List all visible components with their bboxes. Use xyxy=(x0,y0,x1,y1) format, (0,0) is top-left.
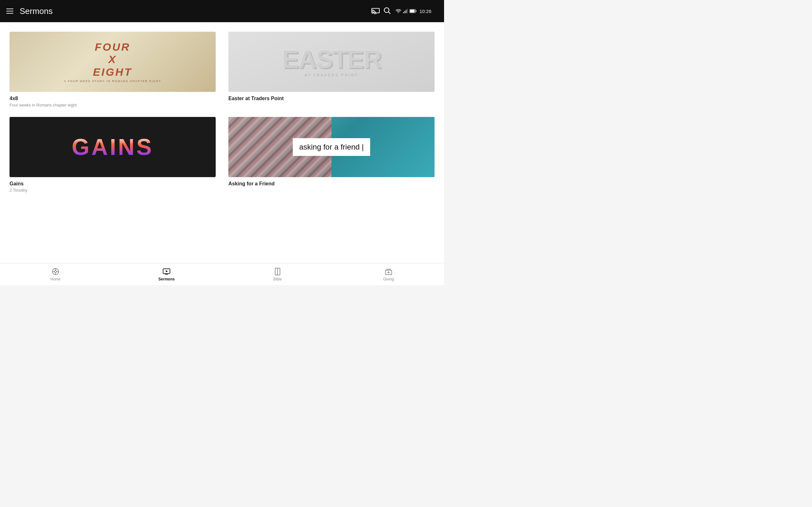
thumb-easter-main: EASTER xyxy=(282,47,381,72)
nav-giving-label: Giving xyxy=(383,277,394,281)
card-gains[interactable]: GAINS Gains 2 Timothy xyxy=(9,117,216,193)
nav-item-bible[interactable]: Bible xyxy=(265,268,290,281)
thumb-asking-main: asking for a friend | xyxy=(299,143,364,151)
sermon-grid: FOURXEIGHT A FOUR WEEK STUDY IN ROMANS C… xyxy=(9,32,435,193)
nav-item-home[interactable]: Home xyxy=(43,268,68,281)
home-icon xyxy=(51,268,60,276)
nav-item-giving[interactable]: Giving xyxy=(376,268,401,281)
card-easter[interactable]: EASTER AT TRADERS POINT Easter at Trader… xyxy=(229,32,435,107)
main-content: FOURXEIGHT A FOUR WEEK STUDY IN ROMANS C… xyxy=(0,22,444,263)
wifi-icon xyxy=(396,8,401,14)
thumbnail-4x8: FOURXEIGHT A FOUR WEEK STUDY IN ROMANS C… xyxy=(9,32,216,92)
nav-item-sermons[interactable]: Sermons xyxy=(154,268,179,281)
thumbnail-asking: asking for a friend | xyxy=(229,117,435,177)
status-time: 10:26 xyxy=(419,9,432,14)
card-asking-title: Asking for a Friend xyxy=(229,181,435,187)
card-4x8[interactable]: FOURXEIGHT A FOUR WEEK STUDY IN ROMANS C… xyxy=(9,32,216,107)
card-4x8-title: 4x8 xyxy=(9,96,216,101)
thumb-gains-main: GAINS xyxy=(72,135,154,158)
thumb-4x8-sub: A FOUR WEEK STUDY IN ROMANS CHAPTER EIGH… xyxy=(64,79,161,83)
svg-line-2 xyxy=(389,12,391,14)
svg-point-3 xyxy=(398,13,399,13)
nav-sermons-label: Sermons xyxy=(158,277,174,281)
hamburger-menu[interactable] xyxy=(6,9,13,14)
thumb-easter-sub: AT TRADERS POINT xyxy=(305,73,358,77)
card-easter-title: Easter at Traders Point xyxy=(229,96,435,101)
card-gains-subtitle: 2 Timothy xyxy=(9,188,216,193)
svg-rect-10 xyxy=(416,10,416,12)
thumb-4x8-main: FOURXEIGHT xyxy=(93,41,132,78)
svg-rect-4 xyxy=(403,12,404,13)
thumbnail-gains: GAINS xyxy=(9,117,216,177)
battery-icon xyxy=(409,9,416,13)
svg-point-1 xyxy=(385,8,389,12)
search-icon[interactable] xyxy=(383,6,391,16)
bottom-navigation: Home Sermons Bible Giving xyxy=(0,263,444,285)
svg-point-12 xyxy=(55,270,57,273)
svg-rect-9 xyxy=(410,10,415,12)
card-4x8-subtitle: Four weeks in Romans chapter eight. xyxy=(9,103,216,107)
nav-bible-label: Bible xyxy=(273,277,282,281)
signal-icon xyxy=(403,9,408,14)
page-title: Sermons xyxy=(20,6,53,16)
svg-rect-6 xyxy=(406,10,407,13)
bible-icon xyxy=(273,268,282,276)
svg-rect-7 xyxy=(407,9,408,13)
cast-icon[interactable] xyxy=(371,6,380,16)
giving-icon xyxy=(385,268,393,276)
sermons-icon xyxy=(162,268,171,276)
svg-rect-5 xyxy=(405,11,405,13)
topbar: Sermons xyxy=(0,0,444,22)
card-asking[interactable]: asking for a friend | Asking for a Frien… xyxy=(229,117,435,193)
nav-home-label: Home xyxy=(50,277,61,281)
thumb-asking-text-card: asking for a friend | xyxy=(293,138,370,156)
svg-marker-18 xyxy=(166,270,168,272)
card-gains-title: Gains xyxy=(9,181,216,187)
thumbnail-easter: EASTER AT TRADERS POINT xyxy=(229,32,435,92)
